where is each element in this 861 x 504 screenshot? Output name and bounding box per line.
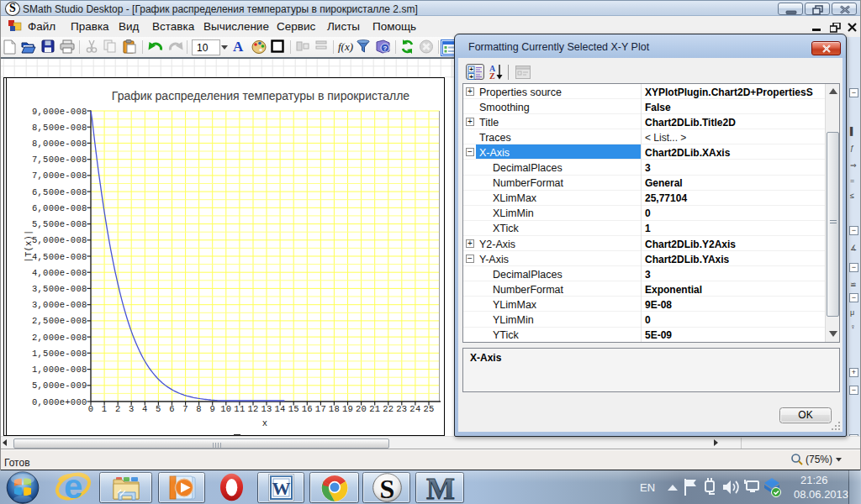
svg-text:4: 4	[142, 404, 148, 414]
svg-text:0: 0	[88, 404, 94, 414]
svg-text:4,000e-008: 4,000e-008	[32, 268, 87, 278]
svg-text:0,000e+000: 0,000e+000	[32, 397, 87, 407]
svg-text:8: 8	[196, 404, 202, 414]
svg-text:9: 9	[209, 404, 215, 414]
svg-text:1,500e-008: 1,500e-008	[32, 349, 87, 359]
svg-text:5,000e-008: 5,000e-008	[32, 235, 87, 245]
svg-text:1: 1	[102, 404, 108, 414]
svg-text:e: e	[64, 472, 82, 504]
svg-text:+: +	[469, 73, 473, 81]
svg-text:9,000e-008: 9,000e-008	[32, 107, 87, 117]
svg-text:14: 14	[275, 404, 286, 414]
svg-text:18: 18	[329, 404, 340, 414]
svg-text:16: 16	[302, 404, 313, 414]
svg-text:21: 21	[369, 404, 380, 414]
svg-text:15: 15	[288, 404, 299, 414]
svg-text:4,500e-008: 4,500e-008	[32, 252, 87, 262]
svg-text:1,000e-008: 1,000e-008	[32, 365, 87, 375]
svg-text:W: W	[272, 478, 291, 499]
svg-text:19: 19	[342, 404, 353, 414]
svg-text:x: x	[262, 418, 268, 428]
svg-text:5: 5	[156, 404, 161, 414]
svg-text:3,500e-008: 3,500e-008	[32, 284, 87, 294]
svg-text:13: 13	[261, 404, 272, 414]
svg-text:?: ?	[383, 45, 388, 52]
svg-text:M: M	[426, 473, 455, 503]
svg-text:20: 20	[356, 404, 367, 414]
svg-text:8,500e-008: 8,500e-008	[32, 123, 87, 133]
svg-text:6: 6	[169, 404, 175, 414]
svg-text:5,000e-009: 5,000e-009	[32, 381, 87, 391]
svg-text:23: 23	[396, 404, 407, 414]
svg-text:17: 17	[315, 404, 326, 414]
svg-text:3,000e-008: 3,000e-008	[32, 300, 87, 310]
svg-text:5,500e-008: 5,500e-008	[32, 219, 87, 229]
svg-text:10: 10	[220, 404, 231, 414]
svg-text:2,000e-008: 2,000e-008	[32, 333, 87, 343]
svg-text:|T(x)|: |T(x)|	[24, 229, 34, 262]
svg-text:2,500e-008: 2,500e-008	[32, 316, 87, 326]
svg-text:7: 7	[182, 404, 188, 414]
svg-text:6,000e-008: 6,000e-008	[32, 203, 87, 213]
svg-text:24: 24	[409, 404, 420, 414]
svg-text:3: 3	[129, 404, 135, 414]
svg-text:S: S	[380, 474, 395, 503]
svg-text:2: 2	[115, 404, 121, 414]
svg-text:6,500e-008: 6,500e-008	[32, 187, 87, 197]
svg-text:22: 22	[383, 404, 394, 414]
svg-text:7,000e-008: 7,000e-008	[32, 171, 87, 181]
svg-text:8,000e-008: 8,000e-008	[32, 139, 87, 149]
svg-text:11: 11	[234, 404, 245, 414]
svg-text:25: 25	[423, 404, 434, 414]
svg-text:7,500e-008: 7,500e-008	[32, 155, 87, 165]
svg-text:12: 12	[247, 404, 258, 414]
